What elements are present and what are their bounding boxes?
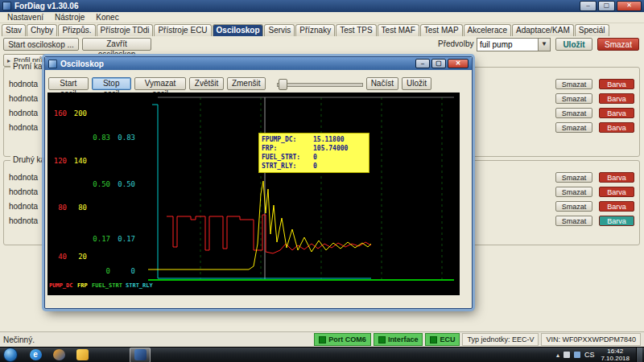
oscilloscope-screen[interactable]: 1602000.830.831201400.500.5080800.170.17… [47,93,460,295]
tab-p-stroje-ecu[interactable]: Přístroje ECU [154,24,211,37]
tab-test-maf[interactable]: Test MAF [378,24,419,37]
dialog-title-bar[interactable]: Osciloskop [45,57,472,70]
tab-osciloskop[interactable]: Osciloskop [213,24,264,37]
barva-row-button[interactable]: Barva [599,79,634,89]
zoom-slider[interactable] [277,78,363,89]
tab-p-izp-s[interactable]: Přizpůs. [58,24,95,37]
barva-row-button[interactable]: Barva [599,216,634,226]
show-desktop-button[interactable] [636,348,642,362]
status-bar: Nečinný. Port COM6InterfaceECUTyp jednot… [0,331,644,347]
tab-chyby[interactable]: Chyby [27,24,57,37]
dialog-icon [48,60,57,68]
start-osciloskop-button[interactable]: Start osciloskop ... [3,38,79,51]
tooltip-row: STRT_RLY:0 [262,162,366,171]
status-led-icon [319,336,326,343]
barva-row-button[interactable]: Barva [599,172,634,183]
start-button[interactable] [3,348,18,362]
zoom-slider-thumb[interactable] [279,79,287,90]
clock-time: 16:42 [601,348,630,355]
folder-taskbar-button[interactable] [72,348,92,362]
clock-date: 7.10.2018 [601,355,630,362]
smazat-row-button[interactable]: Smazat [555,122,592,133]
ulozit-preset-button[interactable]: Uložit [555,38,592,51]
smazat-row-button[interactable]: Smazat [555,187,592,197]
osciloskop-dialog: Osciloskop Start oscil Stop oscil Vymaza… [44,56,473,309]
maximize-icon[interactable] [598,1,615,11]
smazat-row-button[interactable]: Smazat [555,216,592,226]
vymazat-oscil-button[interactable]: Vymazat oscil [134,77,187,90]
chevron-down-icon[interactable]: ▼ [538,39,550,51]
dialog-close-icon[interactable] [448,59,469,68]
tray-icon[interactable] [574,352,580,358]
desktop: ForDiag v1.30.06 NastaveníNástrojeKonec … [0,0,644,362]
minimize-icon[interactable] [580,1,597,11]
tab-p-znaky[interactable]: Příznaky [295,24,335,37]
start-oscil-button[interactable]: Start oscil [48,77,89,90]
ulozit-oscil-button[interactable]: Uložit [402,77,431,90]
status-led-icon [378,336,386,343]
barva-row-button[interactable]: Barva [599,122,634,133]
tooltip-row: FUEL_STRT:0 [262,153,366,162]
tab-p-stroje-tddi[interactable]: Přístroje TDdi [97,24,154,37]
smazat-row-button[interactable]: Smazat [555,108,592,118]
barva-row-button[interactable]: Barva [599,108,634,118]
tooltip-signal-value: 0 [313,162,317,171]
tab-adaptace-kam[interactable]: Adaptace/KAM [512,24,574,37]
tab-test-tps[interactable]: Test TPS [336,24,376,37]
trace-pump-dc [167,215,371,253]
tooltip-signal-value: 105.74000 [313,144,348,153]
window-title: ForDiag v1.30.06 [14,2,78,10]
tray-icon[interactable] [564,352,570,358]
zvetsit-button[interactable]: Zvětšit - [189,77,223,90]
tab-stav[interactable]: Stav [2,24,26,37]
dialog-title: Osciloskop [60,60,104,68]
status-segment-label: Interface [388,335,419,343]
clock[interactable]: 16:42 7.10.2018 [601,348,630,362]
fordiag-taskbar-button[interactable] [130,348,151,362]
menu-item-nastaven[interactable]: Nastavení [2,13,49,22]
tab-speci-l[interactable]: Speciál [575,24,609,37]
fordiag-icon [134,349,147,360]
nacist-button[interactable]: Načíst [366,77,398,90]
barva-row-button[interactable]: Barva [599,93,634,104]
tooltip-signal-name: FRP: [262,144,313,153]
taskbar-icons: e [26,348,151,362]
preset-combobox[interactable]: fuil pump ▼ [477,38,551,51]
tab-akcelerace[interactable]: Akcelerace [464,24,511,37]
dialog-minimize-icon[interactable] [415,59,430,68]
title-bar[interactable]: ForDiag v1.30.06 [0,0,644,12]
tooltip-signal-value: 15.11800 [313,135,345,144]
tab-test-map[interactable]: Test MAP [420,24,463,37]
tray-expand-icon[interactable]: ▴ [556,352,559,359]
stop-oscil-button[interactable]: Stop oscil [92,77,131,90]
menu-item-konec[interactable]: Konec [90,13,124,22]
taskbar: e ▴ CS 16:42 7.10.2018 [0,347,644,362]
internet-explorer-taskbar-button[interactable]: e [26,348,45,362]
tooltip-signal-name: STRT_RLY: [262,162,313,171]
barva-row-button[interactable]: Barva [599,201,634,212]
close-icon[interactable] [617,1,642,11]
dialog-maximize-icon[interactable] [431,59,446,68]
tooltip-signal-name: FUEL_STRT: [262,153,313,162]
smazat-preset-button[interactable]: Smazat [597,38,639,51]
smazat-row-button[interactable]: Smazat [555,172,592,183]
firefox-taskbar-button[interactable] [49,348,68,362]
status-segment-ecu: ECU [425,333,460,346]
tooltip-signal-value: 0 [313,153,317,162]
status-segment-label: ECU [440,335,455,343]
status-text: Nečinný. [3,335,35,344]
barva-row-button[interactable]: Barva [599,187,634,197]
status-segment-port-com6: Port COM6 [314,333,371,346]
tooltip-signal-name: FPUMP_DC: [262,135,313,144]
preset-value: fuil pump [477,40,538,49]
language-indicator[interactable]: CS [584,351,595,359]
zavrit-osciloskop-button[interactable]: Zavřít osciloskop [82,38,151,51]
zmensit-button[interactable]: Zmenšit - [227,77,266,90]
smazat-row-button[interactable]: Smazat [555,201,592,212]
smazat-row-button[interactable]: Smazat [555,79,592,89]
menu-item-n-stroje[interactable]: Nástroje [49,13,90,22]
folder-icon [76,349,89,360]
smazat-row-button[interactable]: Smazat [555,93,592,104]
menu-bar: NastaveníNástrojeKonec [0,12,644,23]
tab-servis[interactable]: Servis [264,24,295,37]
